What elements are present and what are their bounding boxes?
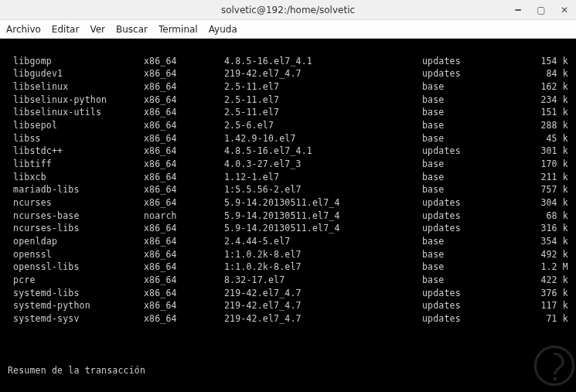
maximize-icon[interactable]: ▢ — [534, 3, 548, 17]
pkg-version: 8.32-17.el7 — [224, 274, 422, 287]
package-row: libselinux-pythonx86_642.5-11.el7base234… — [8, 94, 568, 107]
window-title: solvetic@192:/home/solvetic — [221, 5, 355, 15]
pkg-name: openldap — [8, 235, 144, 248]
pkg-version: 1.12-1.el7 — [224, 171, 422, 184]
menu-bar: Archivo Editar Ver Buscar Terminal Ayuda — [0, 20, 576, 39]
window-titlebar: solvetic@192:/home/solvetic ━ ▢ ✕ — [0, 0, 576, 20]
pkg-repo: updates — [422, 222, 509, 235]
pkg-arch: x86_64 — [144, 94, 224, 107]
pkg-size: 170 k — [509, 158, 568, 171]
pkg-name: openssl — [8, 248, 144, 261]
terminal-output[interactable]: libgompx86_644.8.5-16.el7_4.1updates154 … — [0, 39, 576, 392]
pkg-name: mariadb-libs — [8, 183, 144, 196]
pkg-name: libgomp — [8, 55, 144, 68]
pkg-arch: x86_64 — [144, 312, 224, 326]
pkg-size: 151 k — [509, 106, 568, 119]
pkg-version: 2.5-11.el7 — [224, 80, 422, 94]
pkg-name: ncurses-libs — [8, 222, 144, 235]
pkg-version: 219-42.el7_4.7 — [224, 299, 422, 312]
pkg-arch: x86_64 — [144, 171, 224, 184]
menu-ver[interactable]: Ver — [90, 24, 105, 35]
pkg-size: 117 k — [509, 299, 568, 312]
pkg-version: 219-42.el7_4.7 — [224, 312, 422, 326]
pkg-version: 219-42.el7_4.7 — [224, 287, 422, 300]
pkg-name: libxcb — [8, 171, 144, 184]
pkg-size: 304 k — [509, 196, 568, 210]
pkg-arch: x86_64 — [144, 299, 224, 312]
package-row: libsepolx86_642.5-6.el7base288 k — [8, 119, 568, 132]
menu-ayuda[interactable]: Ayuda — [209, 24, 237, 35]
pkg-repo: updates — [422, 196, 509, 210]
pkg-name: libselinux — [8, 80, 144, 94]
pkg-size: 376 k — [509, 287, 568, 300]
pkg-repo: base — [422, 274, 509, 287]
pkg-arch: x86_64 — [144, 183, 224, 196]
pkg-version: 1:5.5.56-2.el7 — [224, 183, 422, 196]
pkg-arch: x86_64 — [144, 274, 224, 287]
pkg-repo: base — [422, 235, 509, 248]
pkg-version: 5.9-14.20130511.el7_4 — [224, 210, 422, 223]
pkg-name: systemd-python — [8, 299, 144, 312]
pkg-size: 757 k — [509, 183, 568, 196]
pkg-arch: x86_64 — [144, 132, 224, 145]
pkg-version: 1:1.0.2k-8.el7 — [224, 261, 422, 274]
pkg-name: libss — [8, 132, 144, 145]
pkg-version: 4.8.5-16.el7_4.1 — [224, 55, 422, 68]
pkg-arch: x86_64 — [144, 261, 224, 274]
package-row: openssl-libsx86_641:1.0.2k-8.el7base1.2 … — [8, 261, 568, 274]
pkg-name: libgudev1 — [8, 67, 144, 80]
menu-archivo[interactable]: Archivo — [6, 24, 41, 35]
minimize-icon[interactable]: ━ — [511, 3, 525, 17]
package-row: libselinux-utilsx86_642.5-11.el7base151 … — [8, 106, 568, 119]
package-row: ncurses-libsx86_645.9-14.20130511.el7_4u… — [8, 222, 568, 235]
pkg-repo: base — [422, 248, 509, 261]
pkg-version: 4.0.3-27.el7_3 — [224, 158, 422, 171]
pkg-name: libsepol — [8, 119, 144, 132]
pkg-size: 234 k — [509, 94, 568, 107]
package-row: ncurses-basenoarch5.9-14.20130511.el7_4u… — [8, 210, 568, 223]
pkg-repo: base — [422, 106, 509, 119]
pkg-size: 316 k — [509, 222, 568, 235]
pkg-size: 211 k — [509, 171, 568, 184]
pkg-repo: base — [422, 94, 509, 107]
pkg-size: 68 k — [509, 210, 568, 223]
pkg-arch: x86_64 — [144, 119, 224, 132]
pkg-repo: updates — [422, 299, 509, 312]
package-row: libssx86_641.42.9-10.el7base45 k — [8, 132, 568, 145]
package-row: libgudev1x86_64219-42.el7_4.7updates84 k — [8, 67, 568, 80]
menu-buscar[interactable]: Buscar — [116, 24, 148, 35]
menu-terminal[interactable]: Terminal — [158, 24, 198, 35]
pkg-name: systemd-sysv — [8, 312, 144, 326]
close-icon[interactable]: ✕ — [557, 3, 571, 17]
pkg-size: 301 k — [509, 145, 568, 158]
pkg-name: libselinux-python — [8, 94, 144, 107]
pkg-repo: base — [422, 80, 509, 94]
package-row: systemd-sysvx86_64219-42.el7_4.7updates7… — [8, 312, 568, 326]
pkg-repo: updates — [422, 145, 509, 158]
pkg-version: 1:1.0.2k-8.el7 — [224, 248, 422, 261]
pkg-arch: x86_64 — [144, 222, 224, 235]
pkg-version: 2.5-6.el7 — [224, 119, 422, 132]
package-row: libgompx86_644.8.5-16.el7_4.1updates154 … — [8, 55, 568, 68]
pkg-arch: x86_64 — [144, 67, 224, 80]
pkg-version: 2.5-11.el7 — [224, 94, 422, 107]
package-row: libxcbx86_641.12-1.el7base211 k — [8, 171, 568, 184]
pkg-version: 5.9-14.20130511.el7_4 — [224, 222, 422, 235]
pkg-arch: x86_64 — [144, 287, 224, 300]
menu-editar[interactable]: Editar — [52, 24, 80, 35]
pkg-repo: base — [422, 261, 509, 274]
pkg-name: openssl-libs — [8, 261, 144, 274]
pkg-version: 5.9-14.20130511.el7_4 — [224, 196, 422, 210]
pkg-repo: base — [422, 171, 509, 184]
pkg-arch: x86_64 — [144, 106, 224, 119]
pkg-name: ncurses-base — [8, 210, 144, 223]
blank-line — [8, 338, 568, 351]
package-row: pcrex86_648.32-17.el7base422 k — [8, 274, 568, 287]
package-row: openldapx86_642.4.44-5.el7base354 k — [8, 235, 568, 248]
pkg-name: libstdc++ — [8, 145, 144, 158]
pkg-name: systemd-libs — [8, 287, 144, 300]
pkg-name: pcre — [8, 274, 144, 287]
pkg-repo: base — [422, 158, 509, 171]
pkg-size: 45 k — [509, 132, 568, 145]
pkg-repo: updates — [422, 312, 509, 326]
